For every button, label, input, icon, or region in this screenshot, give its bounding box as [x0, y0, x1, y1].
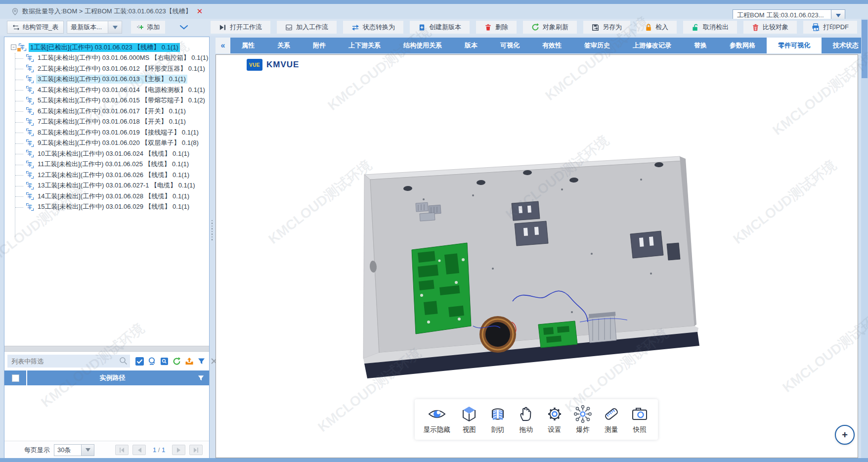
version-dropdown-button[interactable]	[108, 21, 122, 34]
show-hide-tool[interactable]: 显示隐藏	[424, 405, 450, 434]
new-version-icon	[418, 24, 426, 31]
join-workflow-icon	[285, 24, 293, 31]
breadcrumb-close-icon[interactable]: ✕	[197, 7, 203, 16]
tree-row[interactable]: 零3工装[未检出](工作中) 03.01.06.013 【主板】 0.1(1)	[4, 74, 209, 85]
tree-row-root[interactable]: − 零 1工装[已检出](工作中) 03.01.06.023 【线槽】 0.1(…	[4, 42, 209, 53]
per-page-dropdown-button[interactable]	[82, 444, 94, 456]
check-in-button[interactable]: 检入	[637, 21, 677, 34]
breadcrumb-bar: 数据批量导入:BOM > 工程BOM 工装:03.01.06.023【线槽】 ✕…	[0, 4, 868, 19]
search-in-doc-icon[interactable]	[160, 357, 169, 366]
refresh-list-icon[interactable]	[172, 357, 181, 366]
tab-parameter-grid[interactable]: 参数网格	[718, 38, 767, 53]
status-transition-button[interactable]: 状态转换为	[343, 21, 403, 34]
lock-closed-icon	[645, 24, 652, 31]
tree-row[interactable]: 零11工装[未检出](工作中) 03.01.06.025 【线缆】 0.1(1)	[4, 159, 209, 170]
tab-part-visualization[interactable]: 零件可视化	[767, 38, 822, 53]
panel-more-chevron-icon[interactable]	[180, 25, 188, 30]
list-filter-input[interactable]	[7, 355, 130, 368]
tree-row[interactable]: 零15工装[未检出](工作中) 03.01.06.029 【线缆】 0.1(1)	[4, 202, 209, 213]
next-page-button[interactable]	[172, 445, 185, 455]
tab-effectivity[interactable]: 有效性	[531, 38, 573, 53]
first-page-button[interactable]	[115, 445, 129, 455]
header-checkbox[interactable]	[12, 374, 19, 382]
cancel-checkout-button[interactable]: 取消检出	[683, 21, 737, 34]
tabs-collapse-icon[interactable]: «	[216, 41, 230, 50]
tab-relations[interactable]: 关系	[266, 38, 302, 53]
panel-toolbar: 结构管理_表 最新版本... 添加	[0, 21, 211, 34]
tree-row[interactable]: 零14工装[未检出](工作中) 03.01.06.028 【线缆】 0.1(1)	[4, 191, 209, 202]
part-icon: 零	[26, 54, 34, 62]
tab-structure-usage[interactable]: 结构使用关系	[392, 38, 453, 53]
select-all-checkbox[interactable]	[135, 357, 144, 366]
print-pdf-button[interactable]: 打印PDF	[803, 21, 857, 34]
tree-row[interactable]: 零13工装[未检出](工作中) 03.01.06.027-1 【电缆】 0.1(…	[4, 181, 209, 191]
tab-attachments[interactable]: 附件	[302, 38, 337, 53]
save-as-icon	[592, 24, 599, 31]
tab-replace[interactable]: 替换	[683, 38, 718, 53]
print-pdf-icon	[812, 23, 820, 31]
tree-row[interactable]: 零2工装[未检出](工作中) 03.01.06.012 【环形变压器】 0.1(…	[4, 63, 209, 74]
part-icon: 零	[26, 86, 34, 93]
result-table-body	[4, 385, 209, 441]
refresh-object-button[interactable]: 对象刷新	[523, 21, 577, 34]
column-filter-icon[interactable]	[198, 375, 204, 381]
filter-icon[interactable]	[197, 357, 206, 366]
tree-row[interactable]: 零5工装[未检出](工作中) 03.01.06.015 【带熔芯端子】 0.1(…	[4, 95, 209, 106]
per-page-select[interactable]: 30条	[54, 444, 82, 456]
trash-icon	[484, 24, 492, 31]
tab-up-downstream[interactable]: 上下游关系	[337, 38, 392, 53]
panel-divider	[4, 346, 209, 352]
prev-page-button[interactable]	[132, 445, 146, 455]
explode-tool[interactable]: 爆炸	[573, 405, 592, 434]
view-tool[interactable]: 视图	[460, 405, 478, 434]
tab-visualization[interactable]: 可视化	[489, 38, 531, 53]
search-icon	[119, 357, 128, 365]
snapshot-tool[interactable]: 快照	[630, 405, 649, 434]
3d-model-enclosure[interactable]	[216, 55, 858, 458]
tree-row[interactable]: 零4工装[未检出](工作中) 03.01.06.014 【电源检测板】 0.1(…	[4, 85, 209, 95]
window-bottom-strip	[0, 458, 868, 462]
open-workflow-button[interactable]: 打开工作流	[211, 21, 270, 34]
part-visualization-viewport: VUE KMVUE	[216, 54, 858, 458]
open-workflow-icon	[219, 24, 226, 31]
column-header-instance-path[interactable]: 实例路径	[27, 373, 198, 382]
drag-tool[interactable]: 拖动	[517, 405, 535, 434]
tree-row[interactable]: 零10工装[未检出](工作中) 03.01.06.024 【线缆】 0.1(1)	[4, 148, 209, 159]
version-selector[interactable]: 最新版本...	[67, 21, 108, 34]
tree-expander-icon[interactable]: −	[11, 45, 16, 50]
window-top-strip	[0, 0, 868, 4]
toolbar: 结构管理_表 最新版本... 添加 打开工作流 加入工作流 状态转换为 创建新版…	[0, 19, 868, 36]
part-icon: 零	[26, 182, 34, 189]
delete-button[interactable]: 删除	[476, 21, 517, 34]
page-indicator: 1 / 1	[153, 446, 165, 454]
compare-icon	[752, 24, 759, 31]
add-button[interactable]: 添加	[131, 21, 165, 34]
save-as-button[interactable]: 另存为	[583, 21, 630, 34]
panel-splitter-handle[interactable]	[210, 213, 214, 247]
settings-tool[interactable]: 设置	[545, 405, 564, 434]
compare-objects-button[interactable]: 比较对象	[743, 21, 797, 34]
tree-row[interactable]: 零6工装[未检出](工作中) 03.01.06.017 【开关】 0.1(1)	[4, 106, 209, 117]
section-tool[interactable]: 剖切	[488, 405, 507, 434]
tab-attributes[interactable]: 属性	[230, 38, 266, 53]
measure-tool[interactable]: 测量	[602, 405, 621, 434]
scrollbar-thumb[interactable]	[862, 20, 868, 78]
vertical-scrollbar[interactable]	[861, 19, 868, 458]
tree-row[interactable]: 零9工装[未检出](工作中) 03.01.06.020 【双层单子】 0.1(8…	[4, 138, 209, 149]
last-page-button[interactable]	[189, 445, 203, 455]
tab-approval-history[interactable]: 签审历史	[573, 38, 621, 53]
tree-row[interactable]: 零12工装[未检出](工作中) 03.01.06.026 【线缆】 0.1(1)	[4, 170, 209, 181]
chevron-down-icon	[836, 14, 841, 17]
tab-upstream-changes[interactable]: 上游修改记录	[621, 38, 683, 53]
join-workflow-button[interactable]: 加入工作流	[277, 21, 337, 34]
zoom-in-button[interactable]: +	[835, 425, 855, 445]
create-new-version-button[interactable]: 创建新版本	[410, 21, 470, 34]
export-icon[interactable]	[184, 357, 194, 366]
tree-row[interactable]: 零8工装[未检出](工作中) 03.01.06.019 【接线端子】 0.1(1…	[4, 127, 209, 138]
part-icon: 零	[26, 129, 34, 136]
tab-versions[interactable]: 版本	[453, 38, 489, 53]
structure-table-button[interactable]: 结构管理_表	[7, 21, 64, 34]
search-list-icon[interactable]	[147, 357, 157, 366]
tree-row[interactable]: 零1工装[未检出](工作中) 03.01.06.000MS 【右电控箱】 0.1…	[4, 53, 209, 64]
tree-row[interactable]: 零7工装[未检出](工作中) 03.01.06.018 【开关】 0.1(1)	[4, 117, 209, 128]
